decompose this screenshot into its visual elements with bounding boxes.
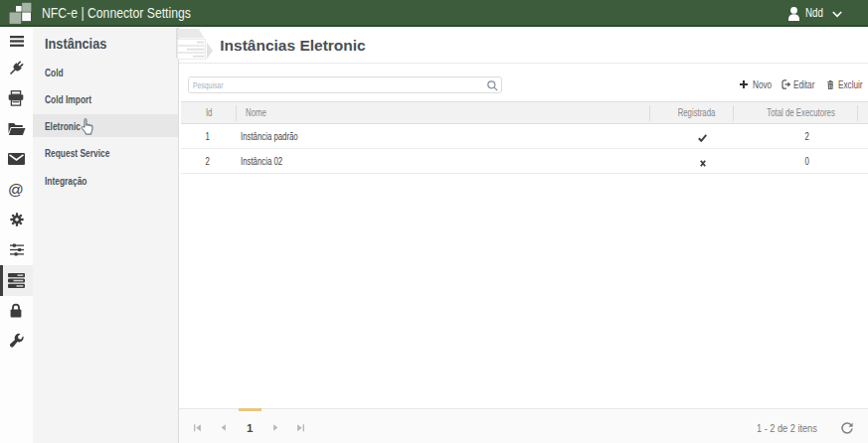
svg-text:@: @ [8,182,24,198]
